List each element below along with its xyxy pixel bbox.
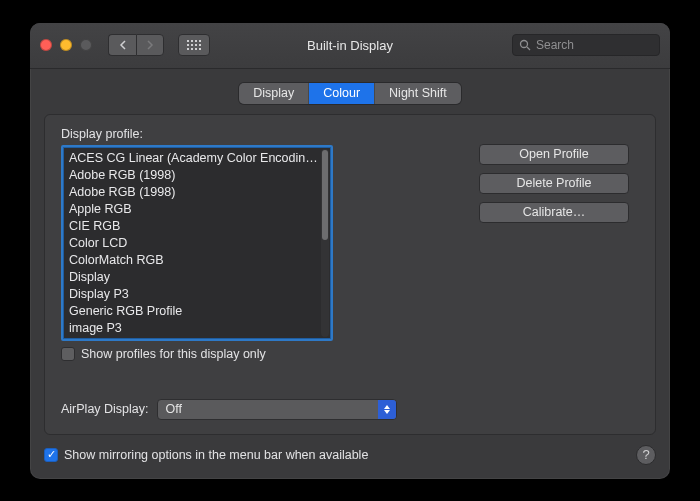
list-item[interactable]: Display P3 (69, 286, 319, 303)
scrollbar-thumb[interactable] (322, 150, 328, 240)
tab-row: Display Colour Night Shift (44, 83, 656, 104)
svg-line-1 (527, 47, 530, 50)
search-field[interactable] (512, 34, 660, 56)
back-button[interactable] (108, 34, 136, 56)
forward-button[interactable] (136, 34, 164, 56)
show-all-button[interactable] (178, 34, 210, 56)
mirroring-checkbox[interactable] (44, 448, 58, 462)
airplay-select[interactable]: Off (157, 399, 397, 420)
search-icon (519, 39, 531, 51)
list-item[interactable]: ACES CG Linear (Academy Color Encoding… (69, 150, 319, 167)
list-item[interactable]: Color LCD (69, 235, 319, 252)
minimize-window-button[interactable] (60, 39, 72, 51)
airplay-label: AirPlay Display: (61, 402, 149, 416)
open-profile-button[interactable]: Open Profile (479, 144, 629, 165)
list-item[interactable]: Adobe RGB (1998) (69, 167, 319, 184)
show-profiles-only-checkbox[interactable] (61, 347, 75, 361)
show-profiles-only-label: Show profiles for this display only (81, 347, 266, 361)
list-item[interactable]: ColorMatch RGB (69, 252, 319, 269)
stepper-arrows-icon (378, 400, 396, 419)
tab-display[interactable]: Display (239, 83, 309, 104)
mirroring-label: Show mirroring options in the menu bar w… (64, 448, 368, 462)
display-profile-label: Display profile: (61, 127, 361, 141)
calibrate-button[interactable]: Calibrate… (479, 202, 629, 223)
zoom-window-button[interactable] (80, 39, 92, 51)
profile-list-inner: ACES CG Linear (Academy Color Encoding…A… (63, 147, 331, 339)
footer-row: Show mirroring options in the menu bar w… (44, 445, 656, 465)
tab-segmented-control: Display Colour Night Shift (239, 83, 461, 104)
airplay-row: AirPlay Display: Off (61, 387, 639, 420)
list-item[interactable]: Display (69, 269, 319, 286)
list-item[interactable]: CIE RGB (69, 218, 319, 235)
window-controls (40, 39, 92, 51)
window-body: Display Colour Night Shift Display profi… (30, 69, 670, 479)
close-window-button[interactable] (40, 39, 52, 51)
profile-actions: Open Profile Delete Profile Calibrate… (391, 127, 639, 361)
tab-night-shift[interactable]: Night Shift (375, 83, 461, 104)
preferences-window: Built-in Display Display Colour Night Sh… (30, 23, 670, 479)
mirroring-checkbox-row[interactable]: Show mirroring options in the menu bar w… (44, 448, 368, 462)
airplay-select-value: Off (166, 402, 182, 416)
list-item[interactable]: Generic RGB Profile (69, 303, 319, 320)
list-item[interactable]: Adobe RGB (1998) (69, 184, 319, 201)
colour-panel: Display profile: ACES CG Linear (Academy… (44, 114, 656, 435)
tab-colour[interactable]: Colour (309, 83, 375, 104)
search-input[interactable] (536, 38, 653, 52)
grid-icon (187, 40, 201, 50)
list-item[interactable]: Apple RGB (69, 201, 319, 218)
chevron-left-icon (119, 40, 127, 50)
help-button[interactable]: ? (636, 445, 656, 465)
show-profiles-only-checkbox-row[interactable]: Show profiles for this display only (61, 347, 361, 361)
nav-buttons (108, 34, 164, 56)
profile-column: Display profile: ACES CG Linear (Academy… (61, 127, 361, 361)
display-profile-listbox[interactable]: ACES CG Linear (Academy Color Encoding…A… (61, 145, 333, 341)
list-item[interactable]: image P3 (69, 320, 319, 337)
svg-point-0 (521, 41, 528, 48)
delete-profile-button[interactable]: Delete Profile (479, 173, 629, 194)
titlebar: Built-in Display (30, 23, 670, 69)
chevron-right-icon (146, 40, 154, 50)
